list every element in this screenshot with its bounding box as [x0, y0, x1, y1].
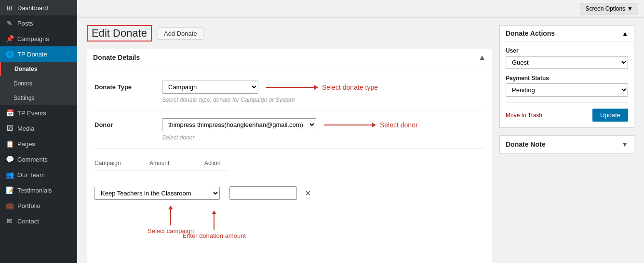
sidebar-item-donates[interactable]: Donates [0, 62, 77, 76]
sidebar-item-label: Our Team [17, 171, 45, 179]
sidebar-item-tp-donate[interactable]: 🌐 TP Donate [0, 46, 77, 62]
donate-actions-title: Donate Actions [506, 29, 555, 37]
donate-type-hint: Select donate type, donate for Campaign … [162, 97, 484, 103]
user-label: User [506, 47, 628, 54]
donor-annotation: Select donor [376, 121, 422, 129]
content-area: Edit Donate Add Donate Donate Details ▲ … [77, 18, 644, 263]
payment-status-field-group: Payment Status Pending [506, 75, 628, 97]
side-column: Donate Actions ▲ User Guest Payment Stat… [499, 25, 634, 263]
comments-icon: 💬 [6, 155, 13, 163]
screen-options-button[interactable]: Screen Options ▼ [580, 3, 638, 14]
sidebar-item-label: Campaigns [17, 35, 49, 42]
top-bar: Screen Options ▼ [77, 0, 644, 18]
donate-note-metabox[interactable]: Donate Note ▼ [499, 135, 634, 153]
update-button[interactable]: Update [592, 109, 628, 122]
donate-type-field: Campaign System Select donate type [162, 81, 484, 103]
sidebar-item-tp-events[interactable]: 📅 TP Events [0, 105, 77, 121]
sidebar-item-label: TP Donate [17, 51, 47, 58]
payment-status-select[interactable]: Pending [506, 83, 628, 97]
sidebar-item-label: Posts [17, 20, 33, 27]
sidebar-item-label: Dashboard [17, 4, 48, 12]
user-field-group: User Guest [506, 47, 628, 69]
donate-note-title: Donate Note [506, 140, 545, 148]
campaign-row: Keep Teachers in the Classroom ✕ [94, 180, 313, 206]
donate-actions-header[interactable]: Donate Actions ▲ [500, 26, 634, 42]
enter-amount-annotation-text: Enter donation amount [182, 232, 246, 239]
donate-details-metabox: Donate Details ▲ Donate Type Campaign Sy… [87, 49, 492, 263]
posts-icon: ✎ [6, 19, 13, 27]
enter-amount-arrow-up [214, 211, 215, 230]
donor-label: Donor [94, 118, 152, 128]
sidebar-item-label: Comments [17, 156, 48, 163]
campaign-select-wrap: Keep Teachers in the Classroom [94, 187, 220, 200]
payment-status-label: Payment Status [506, 75, 628, 82]
testimonials-icon: 📝 [6, 186, 13, 194]
amount-col-header: Amount [121, 160, 198, 166]
settings-label: Settings [13, 95, 34, 101]
sidebar-item-label: Testimonials [17, 187, 52, 194]
media-icon: 🖼 [6, 125, 13, 132]
campaign-section: Campaign Amount Action Keep Teachers in … [94, 149, 484, 263]
sidebar: ⊞ Dashboard ✎ Posts 📌 Campaigns 🌐 TP Don… [0, 0, 77, 263]
sidebar-item-label: Portfolio [17, 202, 40, 209]
sidebar-item-settings[interactable]: Settings [0, 91, 77, 105]
tp-donate-submenu: Donates Donors Settings [0, 62, 77, 105]
sidebar-item-label: Media [17, 125, 34, 132]
sidebar-item-label: TP Events [17, 110, 46, 117]
user-select[interactable]: Guest [506, 56, 628, 69]
donate-type-row: Donate Type Campaign System [94, 73, 484, 111]
sidebar-item-label: Contact [17, 218, 39, 225]
main-column: Edit Donate Add Donate Donate Details ▲ … [87, 25, 492, 263]
campaign-col-header: Campaign [94, 160, 121, 166]
add-donate-button[interactable]: Add Donate [158, 28, 203, 40]
tp-donate-icon: 🌐 [6, 50, 13, 58]
contact-icon: ✉ [6, 217, 13, 225]
donates-label: Donates [14, 66, 37, 72]
sidebar-item-label: Pages [17, 140, 35, 148]
sidebar-item-comments[interactable]: 💬 Comments [0, 152, 77, 167]
arrow-up-head2 [212, 210, 216, 214]
sidebar-item-donors[interactable]: Donors [0, 76, 77, 91]
sidebar-item-posts[interactable]: ✎ Posts [0, 15, 77, 31]
screen-options-label: Screen Options [585, 5, 625, 12]
dashboard-icon: ⊞ [6, 4, 13, 12]
remove-campaign-button[interactable]: ✕ [302, 187, 313, 199]
donate-details-header[interactable]: Donate Details ▲ [87, 49, 492, 66]
action-col-header: Action [198, 160, 227, 166]
donate-type-select[interactable]: Campaign System [162, 81, 258, 94]
campaign-row-container: Keep Teachers in the Classroom ✕ [94, 180, 313, 206]
our-team-icon: 👥 [6, 171, 13, 179]
sidebar-item-media[interactable]: 🖼 Media [0, 121, 77, 136]
sidebar-item-contact[interactable]: ✉ Contact [0, 213, 77, 229]
main-content: Screen Options ▼ Edit Donate Add Donate … [77, 0, 644, 263]
sidebar-item-campaigns[interactable]: 📌 Campaigns [0, 31, 77, 46]
donate-note-chevron-icon: ▼ [621, 140, 628, 148]
amount-input[interactable] [229, 186, 297, 200]
donor-select[interactable]: thimpress thimpress(hoangleenhan@gmail.c… [162, 118, 316, 131]
donate-actions-body: User Guest Payment Status Pending Move t… [500, 42, 634, 127]
sidebar-item-pages[interactable]: 📋 Pages [0, 136, 77, 152]
arrow-up-head [168, 206, 173, 209]
campaign-select[interactable]: Keep Teachers in the Classroom [94, 187, 220, 200]
metabox-toggle-icon: ▲ [478, 53, 486, 62]
donor-hint: Select donor. [162, 134, 484, 141]
donate-action-row: Move to Trash Update [506, 102, 628, 122]
sidebar-item-testimonials[interactable]: 📝 Testimonials [0, 182, 77, 198]
donate-type-annotation: Select donate type [318, 83, 382, 91]
donate-type-label: Donate Type [94, 81, 152, 91]
campaigns-icon: 📌 [6, 35, 13, 42]
donors-label: Donors [13, 80, 32, 87]
sidebar-item-our-team[interactable]: 👥 Our Team [0, 167, 77, 182]
campaign-table-header: Campaign Amount Action [94, 156, 227, 171]
sidebar-item-dashboard[interactable]: ⊞ Dashboard [0, 0, 77, 15]
donate-actions-toggle-icon: ▲ [622, 30, 628, 37]
donate-details-body: Donate Type Campaign System [87, 66, 492, 263]
page-title-wrap: Edit Donate Add Donate [87, 25, 492, 42]
tp-events-icon: 📅 [6, 109, 13, 117]
pages-icon: 📋 [6, 140, 13, 148]
move-to-trash-link[interactable]: Move to Trash [506, 112, 542, 119]
sidebar-item-portfolio[interactable]: 💼 Portfolio [0, 198, 77, 213]
enter-amount-annotation-wrap: Enter donation amount [182, 211, 246, 239]
donor-field: thimpress thimpress(hoangleenhan@gmail.c… [162, 118, 484, 141]
select-campaign-arrow-up [170, 206, 171, 225]
